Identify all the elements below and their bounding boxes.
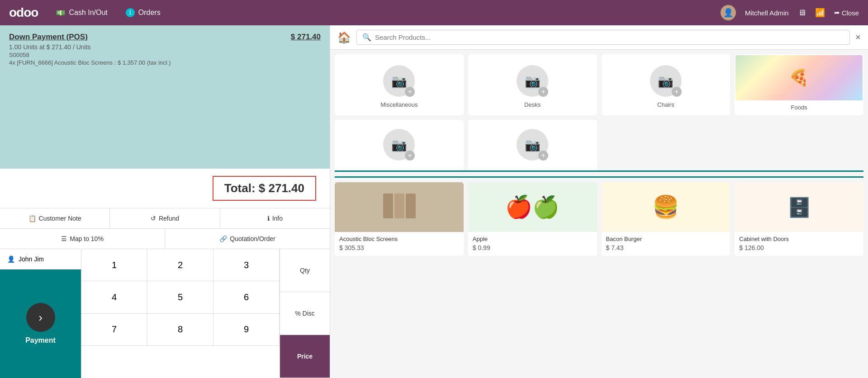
payment-button[interactable]: › Payment xyxy=(0,269,81,378)
svg-rect-1 xyxy=(394,194,404,218)
qty-mode-button[interactable]: Qty xyxy=(280,249,330,292)
key-3[interactable]: 3 xyxy=(213,249,280,281)
payment-arrow-icon: › xyxy=(26,303,55,332)
orders-badge: 1 xyxy=(126,8,135,17)
search-wrapper: 🔍 xyxy=(356,30,850,45)
payment-label: Payment xyxy=(25,336,56,345)
order-title: Down Payment (POS) $ 271.40 xyxy=(9,33,321,42)
category-extra-2[interactable]: 📷 xyxy=(468,120,597,170)
key-7[interactable]: 7 xyxy=(81,314,147,346)
category-product-separator xyxy=(335,170,863,172)
category-grid: 📷 Miscellaneous 📷 Desks 📷 Chairs 🍕 Foods xyxy=(335,54,863,115)
right-panel: 🏠 🔍 × 📷 Miscellaneous 📷 Desks 📷 xyxy=(330,25,868,378)
customer-name: John Jim xyxy=(19,255,44,263)
cabinet-with-doors-name: Cabinet with Doors xyxy=(739,236,859,242)
user-name: Mitchell Admin xyxy=(745,9,789,17)
apple-name: Apple xyxy=(473,236,593,242)
home-button[interactable]: 🏠 xyxy=(337,31,351,44)
product-apple[interactable]: 🍎🍏 Apple $ 0.99 xyxy=(468,182,597,256)
product-acoustic-bloc-screens[interactable]: Acoustic Bloc Screens $ 305.33 xyxy=(335,182,464,256)
orders-button[interactable]: 1 Orders xyxy=(126,8,161,17)
chain-icon: 🔗 xyxy=(219,235,227,242)
order-units: 1.00 Units at $ 271.40 / Units xyxy=(9,43,321,51)
total-container: Total: $ 271.40 xyxy=(0,169,330,208)
map-icon: ☰ xyxy=(61,235,67,242)
order-items: 4x [FURN_6666] Acoustic Bloc Screens : $… xyxy=(9,59,321,66)
key-1[interactable]: 1 xyxy=(81,249,147,281)
order-total: Total: $ 271.40 xyxy=(213,176,316,201)
price-mode-button[interactable]: Price xyxy=(280,335,330,378)
customer-column: 👤 John Jim › Payment xyxy=(0,249,81,378)
desks-img: 📷 xyxy=(517,65,548,97)
products-area: 📷 Miscellaneous 📷 Desks 📷 Chairs 🍕 Foods xyxy=(330,50,868,378)
category-extra-1[interactable]: 📷 xyxy=(335,120,464,170)
desks-label: Desks xyxy=(524,101,541,108)
svg-rect-0 xyxy=(383,194,393,218)
close-icon: ➦ xyxy=(834,9,840,17)
avatar: 👤 xyxy=(721,5,736,20)
refund-icon: ↺ xyxy=(151,215,156,222)
topnav-right: 👤 Mitchell Admin 🖥 📶 ➦ Close xyxy=(721,5,859,20)
foods-label: Foods xyxy=(787,100,811,114)
map-to-10-button[interactable]: ☰ Map to 10% xyxy=(0,229,165,249)
numpad-grid: 1 2 3 4 5 6 7 8 9 xyxy=(81,249,280,378)
left-panel: Down Payment (POS) $ 271.40 1.00 Units a… xyxy=(0,25,330,378)
wifi-icon: 📶 xyxy=(815,8,825,18)
key-2[interactable]: 2 xyxy=(147,249,213,281)
search-bar: 🏠 🔍 × xyxy=(330,25,868,50)
customer-note-button[interactable]: 📋 Customer Note xyxy=(0,208,110,228)
cabinet-with-doors-img: 🗄️ xyxy=(735,182,863,232)
key-8[interactable]: 8 xyxy=(147,314,213,346)
refund-button[interactable]: ↺ Refund xyxy=(110,208,220,228)
close-button[interactable]: ➦ Close xyxy=(834,9,859,17)
acoustic-bloc-screens-info: Acoustic Bloc Screens $ 305.33 xyxy=(335,232,464,256)
quotation-order-button[interactable]: 🔗 Quotation/Order xyxy=(165,229,330,249)
main-content: Down Payment (POS) $ 271.40 1.00 Units a… xyxy=(0,25,868,378)
foods-img: 🍕 xyxy=(735,55,863,100)
bacon-burger-img: 🍔 xyxy=(602,182,730,232)
odoo-logo: odoo xyxy=(9,5,38,20)
cash-icon: 💵 xyxy=(56,9,65,17)
chairs-img: 📷 xyxy=(650,65,682,97)
apple-info: Apple $ 0.99 xyxy=(468,232,597,256)
category-foods[interactable]: 🍕 Foods xyxy=(735,54,863,115)
extra-cat-2-img: 📷 xyxy=(517,129,548,161)
order-ref: S00058 xyxy=(9,52,321,58)
product-bacon-burger[interactable]: 🍔 Bacon Burger $ 7.43 xyxy=(602,182,730,256)
mode-keys: Qty % Disc Price xyxy=(280,249,330,378)
product-cabinet-with-doors[interactable]: 🗄️ Cabinet with Doors $ 126.00 xyxy=(735,182,863,256)
customer-info: 👤 John Jim xyxy=(0,249,81,269)
bacon-burger-info: Bacon Burger $ 7.43 xyxy=(602,232,730,256)
category-miscellaneous[interactable]: 📷 Miscellaneous xyxy=(335,54,464,115)
acoustic-bloc-screens-price: $ 305.33 xyxy=(339,244,459,251)
customer-icon: 👤 xyxy=(7,255,15,263)
category-chairs[interactable]: 📷 Chairs xyxy=(602,54,730,115)
bacon-burger-name: Bacon Burger xyxy=(606,236,726,242)
search-input[interactable] xyxy=(375,33,844,41)
bacon-burger-price: $ 7.43 xyxy=(606,244,726,251)
info-icon: ℹ xyxy=(267,215,270,222)
order-price: $ 271.40 xyxy=(291,33,321,42)
action-buttons-row1: 📋 Customer Note ↺ Refund ℹ Info xyxy=(0,208,330,229)
key-5[interactable]: 5 xyxy=(147,281,213,313)
order-name: Down Payment (POS) xyxy=(9,33,88,42)
top-navigation: odoo 💵 Cash In/Out 1 Orders 👤 Mitchell A… xyxy=(0,0,868,25)
key-9[interactable]: 9 xyxy=(213,314,280,346)
key-6[interactable]: 6 xyxy=(213,281,280,313)
info-button[interactable]: ℹ Info xyxy=(220,208,330,228)
key-4[interactable]: 4 xyxy=(81,281,147,313)
search-clear-button[interactable]: × xyxy=(855,32,861,43)
disc-mode-button[interactable]: % Disc xyxy=(280,292,330,335)
order-summary: Down Payment (POS) $ 271.40 1.00 Units a… xyxy=(0,25,330,169)
products-grid: Acoustic Bloc Screens $ 305.33 🍎🍏 Apple … xyxy=(335,176,863,256)
apple-img: 🍎🍏 xyxy=(468,182,597,232)
apple-price: $ 0.99 xyxy=(473,244,593,251)
cabinet-with-doors-price: $ 126.00 xyxy=(739,244,859,251)
action-buttons-row2: ☰ Map to 10% 🔗 Quotation/Order xyxy=(0,229,330,249)
cash-in-out-button[interactable]: 💵 Cash In/Out xyxy=(56,9,107,17)
chairs-label: Chairs xyxy=(657,101,674,108)
acoustic-bloc-screens-img xyxy=(335,182,464,232)
miscellaneous-img: 📷 xyxy=(383,65,415,97)
numpad-area: 👤 John Jim › Payment 1 2 3 4 5 6 7 8 9 xyxy=(0,249,330,378)
category-desks[interactable]: 📷 Desks xyxy=(468,54,597,115)
